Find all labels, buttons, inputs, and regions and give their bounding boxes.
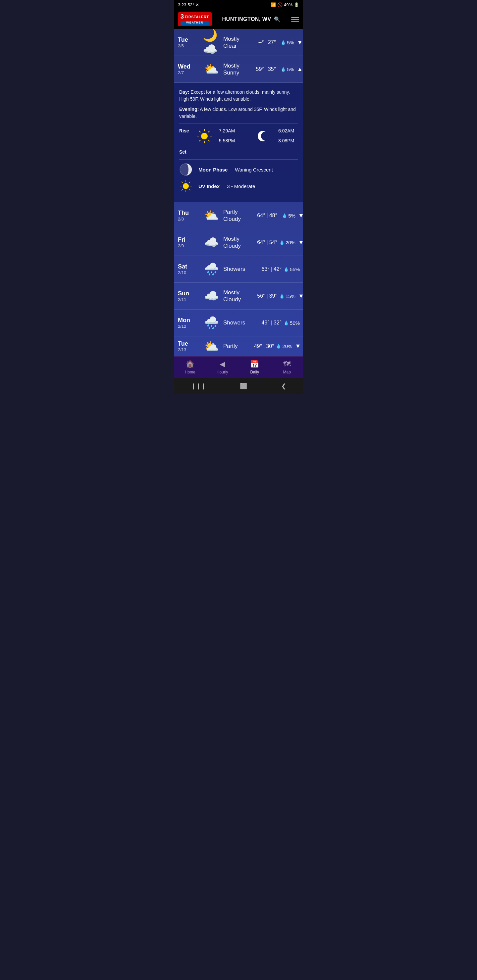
nav-item-hourly[interactable]: ◀ Hourly (211, 360, 234, 374)
drop-icon-mon: 💧 (284, 320, 289, 325)
drop-icon-fri: 💧 (279, 240, 284, 245)
menu-line-1 (291, 17, 299, 18)
nav-label-home: Home (185, 370, 195, 374)
day-info-wed: Wed 2/7 (178, 63, 199, 75)
status-time: 3:23 (178, 2, 186, 7)
nav-item-home[interactable]: 🏠 Home (179, 360, 202, 374)
precip-pct-thu: 5% (288, 213, 295, 218)
precip-sat: 💧 55% (282, 267, 300, 272)
temp-divider-tue: | (265, 40, 266, 45)
android-recent[interactable]: ❙❙❙ (191, 382, 206, 390)
android-home[interactable]: ⬜ (240, 382, 247, 390)
weather-desc-sun: Mostly Cloudy (223, 289, 241, 303)
day-row-tue2[interactable]: Tue 2/13 ⛅ Partly 49° | 30° 💧 20% ▼ (174, 336, 303, 356)
svg-line-18 (182, 189, 183, 191)
moon-rise-time: 6:02AM (278, 128, 302, 134)
day-name-tue2: Tue (178, 340, 199, 347)
precip-pct-tue2: 20% (282, 343, 292, 349)
temp-divider-sat: | (271, 266, 272, 272)
day-date-thu: 2/8 (178, 216, 199, 221)
precip-tue2: 💧 20% (274, 343, 292, 349)
chevron-fri: ▼ (298, 239, 303, 246)
detail-panel-wed: Day: Except for a few afternoon clouds, … (174, 83, 303, 202)
moon-phase-value: Waning Crescent (235, 167, 273, 172)
nav-item-daily[interactable]: 📅 Daily (243, 360, 266, 374)
day-date-sun: 2/11 (178, 297, 199, 302)
weather-desc-thu: Partly Cloudy (223, 208, 241, 223)
nav-icon-home: 🏠 (185, 360, 195, 369)
temp-divider-mon: | (271, 320, 272, 326)
temp-low-sat: 42° (274, 266, 282, 272)
day-row-sun[interactable]: Sun 2/11 ☁️ Mostly Cloudy 56° | 39° 💧 15… (174, 283, 303, 310)
svg-point-10 (183, 183, 189, 189)
day-row-tue[interactable]: Tue 2/6 🌙☁️ Mostly Clear --° | 27° 💧 5% … (174, 29, 303, 56)
day-name-sun: Sun (178, 290, 199, 297)
weather-container: Tue 2/6 🌙☁️ Mostly Clear --° | 27° 💧 5% … (174, 29, 303, 356)
precip-tue: 💧 5% (276, 40, 294, 45)
sun-times: 7:29AM 5:58PM (219, 128, 242, 143)
weather-icon-thu: ⛅ (203, 207, 220, 224)
weather-icon-wed: ⛅ (203, 60, 220, 78)
wifi-icon: 📶 (271, 2, 276, 7)
nav-label-map: Map (283, 370, 291, 374)
chevron-tue: ▼ (297, 39, 303, 46)
temp-high-tue2: 49° (254, 343, 262, 349)
status-x: ✕ (195, 2, 199, 7)
weather-icon-sun: ☁️ (203, 287, 220, 305)
day-row-fri[interactable]: Fri 2/9 ☁️ Mostly Cloudy 64° | 54° 💧 20%… (174, 229, 303, 256)
temp-range-tue: --° | 27° (239, 40, 276, 45)
temp-high-sat: 63° (262, 266, 270, 272)
android-back[interactable]: ❮ (281, 382, 286, 390)
svg-line-17 (189, 182, 190, 183)
status-bar: 3:23 52° ✕ 📶 🚫 49% 🔋 (174, 0, 303, 9)
set-label: Set (179, 149, 190, 154)
uv-row: UV Index 3 - Moderate (179, 180, 298, 192)
drop-icon-sun: 💧 (279, 294, 284, 299)
menu-button[interactable] (291, 17, 299, 22)
weather-icon-tue: 🌙☁️ (203, 34, 220, 51)
nav-item-map[interactable]: 🗺 Map (275, 360, 298, 374)
day-info-tue: Tue 2/6 (178, 37, 199, 48)
header-location: HUNTINGTON, WV 🔍 (222, 16, 281, 22)
chevron-wed: ▲ (297, 66, 303, 73)
temp-low-sun: 39° (269, 293, 277, 299)
temp-range-fri: 64° | 54° (241, 239, 277, 245)
drop-icon-tue2: 💧 (276, 344, 281, 348)
day-row-thu[interactable]: Thu 2/8 ⛅ Partly Cloudy 64° | 48° 💧 5% ▼ (174, 202, 303, 229)
moon-set-time: 3:08PM (278, 138, 302, 143)
temp-low-tue: 27° (268, 40, 276, 45)
temp-high-thu: 64° (257, 213, 265, 218)
rise-set-labels: Rise Set (179, 128, 190, 154)
precip-pct-sat: 55% (290, 267, 300, 272)
weather-desc-sat: Showers (223, 266, 245, 272)
weather-icon-fri: ☁️ (203, 234, 220, 251)
temp-high-tue: --° (258, 40, 264, 45)
temp-high-wed: 59° (256, 66, 264, 72)
moon-phase-icon (179, 163, 193, 176)
weather-icon-tue2: ⛅ (203, 338, 220, 355)
battery-pct: 49% (284, 2, 292, 7)
temp-high-fri: 64° (257, 239, 265, 245)
svg-line-5 (199, 131, 200, 132)
svg-line-8 (199, 140, 200, 141)
temp-low-fri: 54° (269, 239, 277, 245)
moon-times: 6:02AM 3:08PM (278, 128, 302, 143)
chevron-sat: ▼ (302, 266, 303, 273)
status-left: 3:23 52° ✕ (178, 2, 199, 7)
precip-mon: 💧 50% (282, 320, 300, 326)
svg-line-16 (189, 189, 190, 191)
temp-low-thu: 48° (269, 213, 277, 218)
temp-low-tue2: 30° (266, 343, 274, 349)
temp-range-tue2: 49° | 30° (238, 343, 274, 349)
precip-wed: 💧 5% (276, 67, 294, 72)
temp-low-mon: 32° (274, 320, 282, 326)
day-row-sat[interactable]: Sat 2/10 🌧️ Showers 63° | 42° 💧 55% ▼ (174, 256, 303, 283)
day-row-wed[interactable]: Wed 2/7 ⛅ Mostly Sunny 59° | 35° 💧 5% ▲ (174, 56, 303, 83)
day-date-mon: 2/12 (178, 324, 199, 329)
search-icon[interactable]: 🔍 (274, 16, 281, 22)
sun-icon (196, 128, 212, 144)
day-row-mon[interactable]: Mon 2/12 🌧️ Showers 49° | 32° 💧 50% ▼ (174, 310, 303, 336)
status-temp: 52° (187, 2, 194, 7)
logo-brand: FIRSTALERT (185, 15, 209, 19)
menu-line-2 (291, 19, 299, 19)
